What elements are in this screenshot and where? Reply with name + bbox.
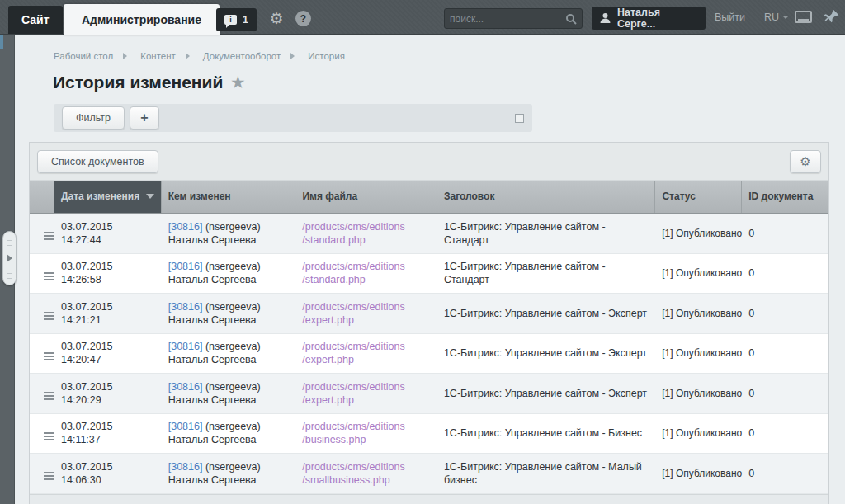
cell-title: 1С-Битрикс: Управление сайтом - Стандарт bbox=[437, 217, 655, 250]
header-who[interactable]: Кем изменен bbox=[162, 181, 296, 213]
add-filter-button[interactable]: + bbox=[130, 106, 159, 130]
table-row[interactable]: 03.07.2015 14:26:58 [30816] (nsergeeva) … bbox=[30, 254, 828, 294]
file-name-link[interactable]: /business.php bbox=[302, 433, 431, 446]
tab-administration-label: Администрирование bbox=[82, 13, 201, 26]
breadcrumb-workflow[interactable]: Документооборот bbox=[203, 51, 281, 61]
file-name-link[interactable]: /smallbusiness.php bbox=[302, 473, 431, 487]
user-login: (nsergeeva) bbox=[205, 301, 261, 313]
header-status[interactable]: Статус bbox=[655, 181, 742, 213]
cell-doc-id: 0 bbox=[742, 384, 828, 403]
file-name-link[interactable]: /standard.php bbox=[302, 233, 431, 247]
row-time: 14:21:21 bbox=[61, 313, 155, 327]
file-path-link[interactable]: /products/cms/editions bbox=[302, 220, 431, 233]
search-input[interactable] bbox=[450, 13, 565, 25]
logout-link[interactable]: Выйти bbox=[715, 12, 745, 23]
cell-who: [30816] (nsergeeva) Наталья Сергеева bbox=[162, 217, 296, 250]
filter-collapse-icon[interactable] bbox=[515, 114, 524, 123]
cell-who: [30816] (nsergeeva) Наталья Сергеева bbox=[162, 457, 296, 490]
header-menu-column bbox=[30, 181, 54, 213]
file-path-link[interactable]: /products/cms/editions bbox=[302, 380, 431, 393]
cell-file: /products/cms/editions /expert.php bbox=[295, 297, 437, 330]
help-icon[interactable]: ? bbox=[295, 11, 311, 26]
notifications-button[interactable]: i 1 bbox=[216, 8, 257, 31]
file-path-link[interactable]: /products/cms/editions bbox=[302, 260, 431, 273]
header-title[interactable]: Заголовок bbox=[437, 181, 655, 213]
grid-settings-button[interactable]: ⚙ bbox=[790, 150, 821, 173]
file-name-link[interactable]: /expert.php bbox=[302, 393, 431, 407]
tab-site[interactable]: Сайт bbox=[8, 6, 63, 34]
user-fullname: Наталья Сергеева bbox=[168, 393, 290, 407]
user-id-link[interactable]: [30816] bbox=[168, 461, 203, 473]
cell-date: 03.07.2015 14:06:30 bbox=[54, 457, 162, 490]
table-row[interactable]: 03.07.2015 14:06:30 [30816] (nsergeeva) … bbox=[30, 454, 828, 494]
cell-title: 1С-Битрикс: Управление сайтом - Бизнес bbox=[437, 423, 655, 443]
cell-who: [30816] (nsergeeva) Наталья Сергеева bbox=[162, 337, 296, 370]
row-date: 03.07.2015 bbox=[61, 220, 155, 233]
menu-expand-toggle[interactable] bbox=[2, 231, 17, 285]
header-doc-id[interactable]: ID документа bbox=[742, 181, 828, 213]
favorite-star-icon[interactable]: ★ bbox=[231, 73, 244, 92]
expand-arrow-icon bbox=[7, 254, 17, 262]
breadcrumb-content[interactable]: Контент bbox=[140, 51, 176, 61]
cell-status: [1] Опубликовано bbox=[655, 304, 742, 323]
tab-site-label: Сайт bbox=[21, 13, 50, 26]
page-title: История изменений ★ bbox=[53, 73, 244, 92]
cell-doc-id: 0 bbox=[742, 304, 828, 323]
user-menu-button[interactable]: Наталья Серге... bbox=[592, 7, 706, 30]
user-id-link[interactable]: [30816] bbox=[168, 381, 203, 393]
grid-toolbar: Список документов ⚙ bbox=[30, 143, 828, 181]
pin-icon[interactable] bbox=[824, 9, 839, 24]
settings-gear-icon[interactable]: ⚙ bbox=[266, 7, 287, 29]
table-row[interactable]: 03.07.2015 14:20:29 [30816] (nsergeeva) … bbox=[30, 374, 828, 414]
cell-status: [1] Опубликовано bbox=[655, 464, 742, 483]
cell-doc-id: 0 bbox=[742, 423, 828, 443]
filter-bar: Фильтр + bbox=[54, 104, 532, 132]
user-id-link[interactable]: [30816] bbox=[168, 421, 203, 432]
cell-who: [30816] (nsergeeva) Наталья Сергеева bbox=[162, 297, 296, 330]
cell-status: [1] Опубликовано bbox=[655, 263, 742, 283]
cell-file: /products/cms/editions /expert.php bbox=[295, 337, 437, 370]
table-row[interactable]: 03.07.2015 14:21:21 [30816] (nsergeeva) … bbox=[30, 294, 828, 334]
cell-doc-id: 0 bbox=[742, 343, 828, 363]
cell-doc-id: 0 bbox=[742, 224, 828, 243]
user-login: (nsergeeva) bbox=[205, 261, 261, 272]
user-login: (nsergeeva) bbox=[205, 381, 261, 393]
filter-button[interactable]: Фильтр bbox=[62, 106, 125, 130]
search-icon[interactable] bbox=[565, 13, 577, 25]
file-path-link[interactable]: /products/cms/editions bbox=[302, 340, 431, 353]
user-id-link[interactable]: [30816] bbox=[168, 301, 203, 313]
hotkeys-icon[interactable] bbox=[795, 11, 812, 23]
breadcrumb-arrow-icon bbox=[290, 53, 298, 59]
file-path-link[interactable]: /products/cms/editions bbox=[302, 460, 431, 473]
file-path-link[interactable]: /products/cms/editions bbox=[302, 300, 431, 313]
cell-status: [1] Опубликовано bbox=[655, 224, 742, 243]
user-id-link[interactable]: [30816] bbox=[168, 341, 203, 352]
cell-who: [30816] (nsergeeva) Наталья Сергеева bbox=[162, 377, 296, 410]
file-name-link[interactable]: /expert.php bbox=[302, 313, 431, 327]
language-code: RU bbox=[764, 12, 779, 23]
cell-title: 1С-Битрикс: Управление сайтом - Эксперт bbox=[437, 343, 655, 363]
header-file[interactable]: Имя файла bbox=[295, 181, 437, 213]
table-row[interactable]: 03.07.2015 14:11:37 [30816] (nsergeeva) … bbox=[30, 414, 828, 455]
chevron-down-icon bbox=[782, 16, 789, 22]
cell-who: [30816] (nsergeeva) Наталья Сергеева bbox=[162, 257, 296, 290]
breadcrumb-desktop[interactable]: Рабочий стол bbox=[54, 51, 113, 61]
table-row[interactable]: 03.07.2015 14:27:44 [30816] (nsergeeva) … bbox=[30, 214, 828, 254]
file-name-link[interactable]: /standard.php bbox=[302, 273, 431, 286]
user-id-link[interactable]: [30816] bbox=[168, 221, 203, 233]
file-path-link[interactable]: /products/cms/editions bbox=[302, 420, 431, 433]
breadcrumb-history[interactable]: История bbox=[308, 51, 345, 61]
documents-list-tab[interactable]: Список документов bbox=[37, 150, 158, 173]
tab-administration[interactable]: Администрирование bbox=[64, 4, 220, 35]
notification-count: 1 bbox=[243, 14, 248, 26]
cell-date: 03.07.2015 14:20:29 bbox=[54, 377, 162, 410]
cell-who: [30816] (nsergeeva) Наталья Сергеева bbox=[162, 417, 296, 450]
header-date-sorted[interactable]: Дата изменения bbox=[54, 181, 162, 213]
row-date: 03.07.2015 bbox=[61, 340, 155, 353]
user-login: (nsergeeva) bbox=[205, 421, 261, 432]
user-id-link[interactable]: [30816] bbox=[168, 261, 203, 272]
cell-file: /products/cms/editions /standard.php bbox=[295, 217, 437, 250]
language-switcher[interactable]: RU bbox=[764, 12, 789, 23]
table-row[interactable]: 03.07.2015 14:20:47 [30816] (nsergeeva) … bbox=[30, 334, 828, 374]
file-name-link[interactable]: /expert.php bbox=[302, 353, 431, 366]
